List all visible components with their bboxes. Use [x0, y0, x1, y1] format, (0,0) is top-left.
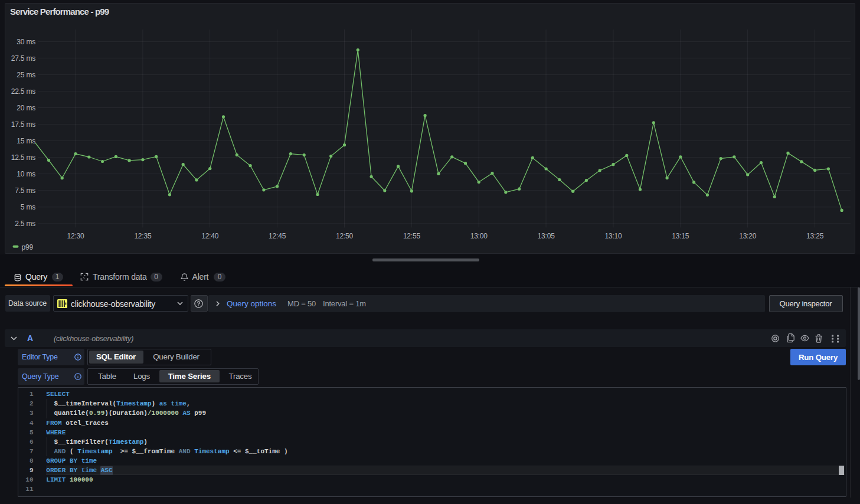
svg-text:13:05: 13:05 — [538, 232, 555, 240]
svg-text:13:10: 13:10 — [604, 232, 622, 240]
svg-text:22.5 ms: 22.5 ms — [11, 87, 35, 96]
svg-text:5 ms: 5 ms — [21, 203, 35, 211]
svg-text:13:20: 13:20 — [739, 232, 757, 240]
svg-text:15 ms: 15 ms — [17, 137, 35, 145]
svg-text:p99: p99 — [22, 243, 34, 251]
svg-text:13:25: 13:25 — [806, 232, 824, 240]
svg-text:10 ms: 10 ms — [17, 170, 35, 178]
svg-text:13:00: 13:00 — [470, 232, 488, 240]
svg-text:2.5 ms: 2.5 ms — [15, 220, 35, 228]
svg-text:13:15: 13:15 — [672, 232, 689, 240]
svg-text:20 ms: 20 ms — [17, 104, 35, 112]
svg-text:7.5 ms: 7.5 ms — [15, 186, 35, 195]
svg-text:12:30: 12:30 — [67, 232, 84, 240]
svg-text:12:55: 12:55 — [403, 232, 421, 240]
svg-text:12:45: 12:45 — [269, 232, 286, 240]
svg-text:27.5 ms: 27.5 ms — [11, 54, 35, 63]
svg-text:17.5 ms: 17.5 ms — [11, 120, 35, 129]
svg-text:12:35: 12:35 — [134, 232, 152, 240]
svg-text:12:50: 12:50 — [336, 232, 354, 240]
svg-text:12.5 ms: 12.5 ms — [11, 153, 35, 162]
svg-text:30 ms: 30 ms — [17, 38, 35, 46]
svg-text:25 ms: 25 ms — [17, 71, 35, 79]
svg-text:12:40: 12:40 — [201, 232, 219, 240]
